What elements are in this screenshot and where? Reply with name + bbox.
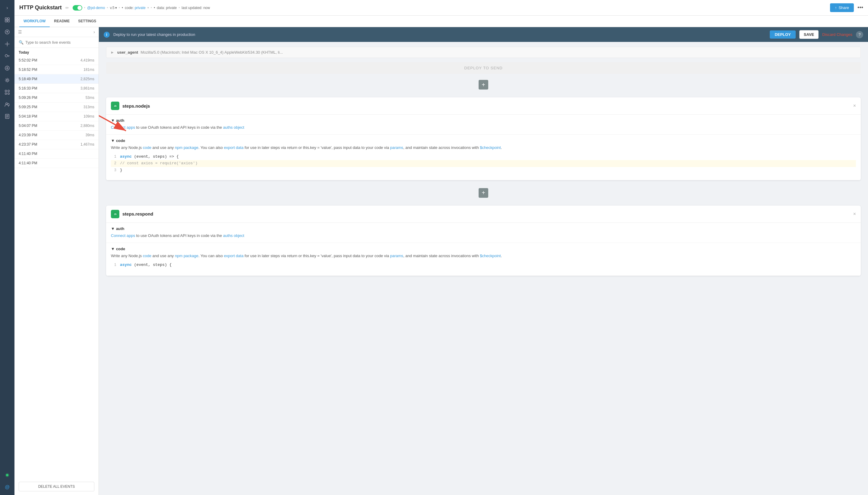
step-nodejs-header: JS steps.nodejs ×	[106, 97, 861, 115]
event-item-selected[interactable]: 5:18:49 PM 2,825ms	[15, 74, 99, 84]
svg-point-7	[6, 79, 8, 81]
code-section-title[interactable]: ▼ code	[111, 138, 856, 143]
params-link-1[interactable]: params	[390, 145, 403, 150]
checkpoint-link-1[interactable]: $checkpoint	[480, 145, 501, 150]
svg-text:JS: JS	[114, 105, 117, 107]
user-badge: @pd-demo	[87, 6, 105, 10]
respond-auth-title[interactable]: ▼ auth	[111, 226, 856, 231]
content-area: ☰ › 🔍 Today 5:52:02 PM 4,419ms 5:18:52 P…	[15, 27, 868, 495]
data-visibility: data: private	[157, 6, 177, 10]
step-nodejs-card: JS steps.nodejs × ▼ auth Connect apps to…	[106, 97, 861, 180]
auth-section-title[interactable]: ▼ auth	[111, 118, 856, 123]
main-panel: HTTP Quickstart ✏ • @pd-demo • v.5 ▾ • •…	[15, 0, 868, 495]
help-button[interactable]: ?	[856, 31, 863, 38]
checkpoint-link-2[interactable]: $checkpoint	[480, 254, 501, 258]
respond-code-title[interactable]: ▼ code	[111, 246, 856, 251]
share-button[interactable]: ↑ Share	[830, 3, 854, 12]
params-link-2[interactable]: params	[390, 254, 403, 258]
tab-readme[interactable]: README	[50, 16, 74, 27]
respond-code-body: Write any Node.js code and use any npm p…	[111, 253, 856, 259]
event-item[interactable]: 4:11:40 PM	[15, 149, 99, 158]
last-updated: last updated: now	[182, 6, 210, 10]
npm-link-2[interactable]: npm package	[175, 254, 198, 258]
ua-expand-icon[interactable]: ▶	[111, 51, 114, 54]
export-link-1[interactable]: export data	[224, 145, 244, 150]
more-options-button[interactable]: •••	[857, 4, 863, 11]
discard-changes-button[interactable]: Discard Changes	[822, 32, 852, 37]
code-link-1[interactable]: code	[143, 145, 151, 150]
auth-section-body: Connect apps to use OAuth tokens and API…	[111, 124, 856, 131]
code-visibility: code: private	[125, 6, 145, 10]
step-respond-close-button[interactable]: ×	[853, 211, 856, 217]
nodejs-icon: JS	[111, 102, 119, 110]
svg-rect-10	[5, 93, 7, 95]
svg-point-5	[5, 54, 7, 57]
code-editor-1[interactable]: 1 async (event, steps) => { 2 // const a…	[111, 151, 856, 176]
code-section-body: Write any Node.js code and use any npm p…	[111, 145, 856, 151]
sidebar-expand-btn[interactable]: ›	[2, 2, 13, 13]
deploy-button[interactable]: DEPLOY	[770, 31, 795, 39]
add-step-button-1[interactable]: +	[479, 80, 488, 89]
svg-rect-8	[5, 90, 7, 92]
delete-all-events-button[interactable]: DELETE ALL EVENTS	[19, 482, 94, 491]
user-agent-section: ▶ user_agent Mozilla/5.0 (Macintosh; Int…	[99, 47, 868, 58]
nav-icon-data[interactable]	[2, 63, 13, 73]
event-item[interactable]: 5:52:02 PM 4,419ms	[15, 56, 99, 65]
svg-rect-3	[7, 20, 9, 22]
add-step-button-2[interactable]: +	[479, 188, 488, 198]
nav-icon-docs[interactable]	[2, 111, 13, 122]
nav-icon-workflow[interactable]	[2, 15, 13, 25]
respond-code-line-1: 1 async (event, steps) {	[111, 262, 856, 269]
respond-icon: JS	[111, 210, 119, 218]
svg-text:JS: JS	[114, 213, 117, 215]
connect-apps-link-1[interactable]: Connect apps	[111, 125, 135, 130]
code-line-2: 2 // const axios = require('axios')	[111, 160, 856, 167]
nav-icon-key[interactable]	[2, 51, 13, 62]
page-title: HTTP Quickstart	[19, 4, 62, 11]
version-select[interactable]: v.5 ▾	[110, 6, 117, 10]
tab-workflow[interactable]: WORKFLOW	[19, 16, 50, 27]
export-link-2[interactable]: export data	[224, 254, 244, 258]
nav-icon-status[interactable]	[2, 470, 13, 480]
event-item[interactable]: 4:23:39 PM 39ms	[15, 131, 99, 140]
search-icon: 🔍	[19, 40, 23, 45]
workflow-area: i Deploy to run your latest changes in p…	[99, 27, 868, 495]
nav-icon-send[interactable]	[2, 27, 13, 37]
workflow-toggle[interactable]	[73, 5, 82, 11]
toggle-knob	[77, 6, 82, 10]
connect-apps-link-2[interactable]: Connect apps	[111, 233, 135, 238]
code-link-2[interactable]: code	[143, 254, 151, 258]
event-item[interactable]: 5:04:07 PM 2,880ms	[15, 121, 99, 131]
svg-point-12	[6, 103, 7, 105]
svg-rect-9	[8, 90, 9, 92]
search-input[interactable]	[25, 40, 94, 45]
step-nodejs-close-button[interactable]: ×	[853, 103, 856, 108]
auths-object-link-1[interactable]: auths object	[223, 125, 244, 130]
edit-title-icon[interactable]: ✏	[65, 5, 69, 10]
svg-rect-0	[5, 18, 7, 20]
nav-icon-trigger[interactable]	[2, 39, 13, 49]
nav-icon-settings[interactable]	[2, 75, 13, 86]
event-item[interactable]: 5:09:25 PM 313ms	[15, 102, 99, 112]
event-item[interactable]: 5:16:33 PM 3,861ms	[15, 84, 99, 93]
event-item[interactable]: 5:09:26 PM 53ms	[15, 93, 99, 102]
code-editor-2[interactable]: 1 async (event, steps) {	[111, 259, 856, 272]
auth-arrow: ▼	[111, 118, 115, 123]
tab-settings[interactable]: SETTINGS	[74, 16, 100, 27]
step-respond-card: JS steps.respond × ▼ auth Connect apps t…	[106, 206, 861, 276]
deploy-to-send-button[interactable]: DEPLOY TO SEND	[106, 62, 861, 74]
event-item[interactable]: 5:04:18 PM 109ms	[15, 112, 99, 121]
panel-collapse-btn[interactable]: ›	[93, 30, 95, 34]
npm-link-1[interactable]: npm package	[175, 145, 198, 150]
nav-icon-users[interactable]	[2, 99, 13, 110]
respond-auth-arrow: ▼	[111, 226, 115, 231]
save-button[interactable]: SAVE	[799, 30, 819, 39]
auths-object-link-2[interactable]: auths object	[223, 233, 244, 238]
event-item[interactable]: 4:23:37 PM 1,467ms	[15, 140, 99, 149]
nav-icon-at[interactable]: @	[2, 482, 13, 493]
panel-menu-btn[interactable]: ☰	[18, 30, 22, 34]
event-item[interactable]: 4:11:40 PM	[15, 158, 99, 168]
bottom-spacer	[99, 281, 868, 293]
nav-icon-grid[interactable]	[2, 87, 13, 98]
event-item[interactable]: 5:18:52 PM 181ms	[15, 65, 99, 74]
